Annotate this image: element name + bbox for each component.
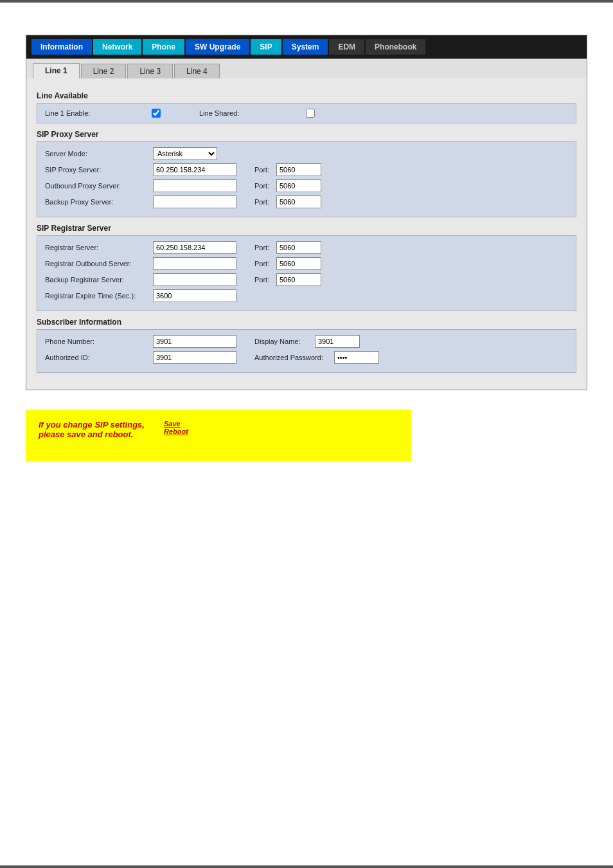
registrar-port-group: Port: 5060 [254,241,321,254]
form-area: Line Available Line 1 Enable: Line Share… [26,78,587,390]
line-available-title: Line Available [37,91,576,100]
backup-reg-port-label: Port: [254,276,274,284]
tab-phonebook[interactable]: Phonebook [366,39,425,55]
nav-bar: Information Network Phone SW Upgrade SIP… [26,35,587,59]
reg-outbound-row: Registrar Outbound Server: Port: 5060 [45,257,568,270]
main-panel: Information Network Phone SW Upgrade SIP… [26,35,587,390]
page-wrapper: Information Network Phone SW Upgrade SIP… [0,0,613,868]
line-enable-group: Line 1 Enable: [45,109,161,118]
authorized-id-label: Authorized ID: [45,354,148,361]
tab-system[interactable]: System [283,39,328,55]
sip-proxy-port-label: Port: [254,166,274,174]
yellow-notice-line1: If you change SIP settings, [39,420,145,429]
sub-tabs-bar: Line 1 Line 2 Line 3 Line 4 [26,59,587,78]
sip-proxy-port-group: Port: 5060 [254,163,321,176]
sip-proxy-port-input[interactable]: 5060 [276,163,321,176]
backup-reg-input[interactable] [153,273,236,286]
reg-outbound-port-group: Port: 5060 [254,257,321,270]
yellow-notice-text-block: If you change SIP settings, please save … [39,420,145,439]
sub-tab-line2[interactable]: Line 2 [81,64,127,78]
subscriber-title: Subscriber Information [37,318,576,327]
expire-label: Registrar Expire Time (Sec.): [45,292,148,300]
subscriber-section: Phone Number: 3901 Display Name: 3901 Au… [37,329,576,373]
server-mode-label: Server Mode: [45,150,148,158]
outbound-proxy-label: Outbound Proxy Server: [45,182,148,190]
line-shared-checkbox[interactable] [306,109,315,118]
main-content: Information Network Phone SW Upgrade SIP… [0,3,613,487]
sip-proxy-title: SIP Proxy Server [37,130,576,139]
registrar-port-label: Port: [254,244,274,251]
sip-proxy-section: Server Mode: Asterisk Standard SIP Proxy… [37,141,576,217]
backup-proxy-input[interactable] [153,195,236,208]
expire-row: Registrar Expire Time (Sec.): 3600 [45,289,568,302]
outbound-port-input[interactable]: 5060 [276,179,321,192]
display-name-input[interactable]: 3901 [315,335,360,348]
tab-information[interactable]: Information [31,39,92,55]
backup-reg-port-input[interactable]: 5060 [276,273,321,286]
tab-sw-upgrade[interactable]: SW Upgrade [186,39,249,55]
backup-reg-row: Backup Registrar Server: Port: 5060 [45,273,568,286]
yellow-notice-inner: If you change SIP settings, please save … [39,420,398,439]
yellow-notice-line2: please save and reboot. [39,429,145,439]
phone-number-input[interactable]: 3901 [153,335,236,348]
backup-port-group: Port: 5060 [254,195,321,208]
line-shared-group: Line Shared: [199,109,315,118]
line-available-row: Line 1 Enable: Line Shared: [45,109,568,118]
authorized-password-label: Authorized Password: [254,354,332,361]
sub-tab-line4[interactable]: Line 4 [174,64,220,78]
bottom-border [0,865,613,868]
expire-input[interactable]: 3600 [153,289,236,302]
sip-proxy-row: SIP Proxy Server: 60.250.158.234 Port: 5… [45,163,568,176]
sip-registrar-section: Registrar Server: 60.250.158.234 Port: 5… [37,235,576,311]
tab-phone[interactable]: Phone [143,39,184,55]
reg-outbound-port-input[interactable]: 5060 [276,257,321,270]
registrar-row: Registrar Server: 60.250.158.234 Port: 5… [45,241,568,254]
registrar-port-input[interactable]: 5060 [276,241,321,254]
line-enable-checkbox[interactable] [152,109,161,118]
yellow-notice-area: If you change SIP settings, please save … [26,410,411,461]
backup-proxy-row: Backup Proxy Server: Port: 5060 [45,195,568,208]
tab-edm[interactable]: EDM [329,39,364,55]
authorized-id-input[interactable]: 3901 [153,351,236,364]
authorized-password-input[interactable] [334,351,379,364]
backup-port-input[interactable]: 5060 [276,195,321,208]
yellow-notice-links: Save Reboot [164,420,188,435]
phone-number-label: Phone Number: [45,338,148,345]
display-name-label: Display Name: [254,338,312,345]
registrar-label: Registrar Server: [45,244,148,251]
tab-sip[interactable]: SIP [251,39,281,55]
backup-reg-port-group: Port: 5060 [254,273,321,286]
reboot-link[interactable]: Reboot [164,428,188,435]
authorized-id-row: Authorized ID: 3901 Authorized Password: [45,351,568,364]
sub-tab-line1[interactable]: Line 1 [33,63,80,78]
line-enable-label: Line 1 Enable: [45,109,148,117]
line-shared-label: Line Shared: [199,109,302,117]
outbound-port-group: Port: 5060 [254,179,321,192]
authorized-password-group: Authorized Password: [254,351,379,364]
backup-reg-label: Backup Registrar Server: [45,276,148,284]
server-mode-select[interactable]: Asterisk Standard [153,147,217,160]
sip-proxy-input[interactable]: 60.250.158.234 [153,163,236,176]
server-mode-row: Server Mode: Asterisk Standard [45,147,568,160]
sub-tab-line3[interactable]: Line 3 [127,64,173,78]
outbound-port-label: Port: [254,182,274,190]
phone-number-row: Phone Number: 3901 Display Name: 3901 [45,335,568,348]
registrar-input[interactable]: 60.250.158.234 [153,241,236,254]
save-link[interactable]: Save [164,420,188,428]
backup-port-label: Port: [254,198,274,206]
reg-outbound-input[interactable] [153,257,236,270]
reg-outbound-label: Registrar Outbound Server: [45,260,148,267]
sip-registrar-title: SIP Registrar Server [37,224,576,233]
backup-proxy-label: Backup Proxy Server: [45,198,148,206]
sip-proxy-label: SIP Proxy Server: [45,166,148,174]
reg-outbound-port-label: Port: [254,260,274,267]
tab-network[interactable]: Network [93,39,141,55]
display-name-group: Display Name: 3901 [254,335,360,348]
outbound-proxy-input[interactable] [153,179,236,192]
line-available-section: Line 1 Enable: Line Shared: [37,103,576,123]
outbound-proxy-row: Outbound Proxy Server: Port: 5060 [45,179,568,192]
